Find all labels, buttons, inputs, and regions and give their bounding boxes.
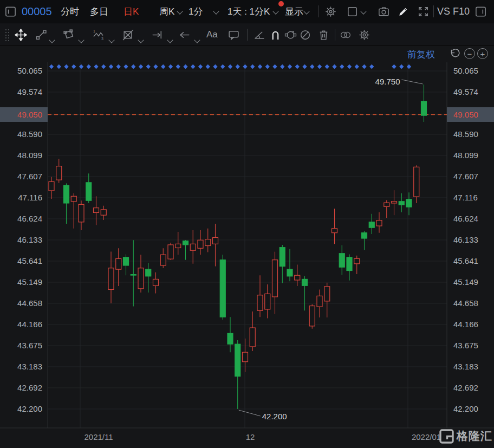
- compare-vs-button[interactable]: VS: [437, 0, 450, 23]
- reference-diamond-dot[interactable]: [272, 64, 277, 69]
- candle-body[interactable]: [324, 287, 330, 301]
- reference-diamond-dot[interactable]: [243, 64, 247, 69]
- candle-body[interactable]: [399, 202, 404, 205]
- candle-body[interactable]: [101, 210, 106, 215]
- candle-body[interactable]: [384, 203, 389, 206]
- reference-diamond-dot[interactable]: [347, 64, 352, 69]
- candle-body[interactable]: [414, 167, 419, 197]
- reference-diamond-dot[interactable]: [72, 64, 76, 69]
- trend-line-tool-icon[interactable]: [35, 28, 48, 41]
- candle-body[interactable]: [190, 244, 196, 250]
- candle-body[interactable]: [235, 344, 240, 376]
- reference-diamond-dot[interactable]: [79, 64, 83, 69]
- candle-body[interactable]: [138, 268, 144, 289]
- candle-body[interactable]: [94, 208, 99, 213]
- reference-diamond-dot[interactable]: [369, 64, 374, 69]
- candle-body[interactable]: [160, 255, 166, 265]
- reference-diamond-dot[interactable]: [265, 64, 270, 69]
- candle-body[interactable]: [369, 222, 374, 228]
- candle-body[interactable]: [168, 245, 173, 259]
- candle-body[interactable]: [272, 260, 278, 297]
- chevron-down-icon[interactable]: [272, 8, 278, 14]
- reference-diamond-dot[interactable]: [399, 64, 404, 69]
- f10-button[interactable]: F10: [453, 0, 470, 23]
- chevron-down-icon[interactable]: [194, 37, 200, 43]
- tab-range-selector[interactable]: 1天 : 1分K: [227, 0, 270, 23]
- reference-diamond-dot[interactable]: [153, 64, 158, 69]
- reference-diamond-dot[interactable]: [302, 64, 307, 69]
- candle-body[interactable]: [183, 241, 188, 245]
- trash-icon[interactable]: [317, 28, 330, 41]
- reference-diamond-dot[interactable]: [280, 64, 284, 69]
- candle-body[interactable]: [309, 306, 315, 326]
- reference-diamond-dot[interactable]: [332, 64, 336, 69]
- drawing-settings-gear-icon[interactable]: [358, 28, 370, 41]
- text-tool[interactable]: Aa: [206, 23, 218, 46]
- reference-diamond-dot[interactable]: [198, 64, 203, 69]
- magnet-icon[interactable]: [269, 28, 282, 41]
- candle-body[interactable]: [339, 254, 344, 267]
- reference-diamond-dot[interactable]: [49, 64, 54, 69]
- tab-weekly-k[interactable]: 周K: [159, 0, 174, 23]
- reference-diamond-dot[interactable]: [206, 64, 210, 69]
- chevron-down-icon[interactable]: [138, 37, 144, 43]
- tab-timeline[interactable]: 分时: [61, 0, 79, 23]
- symbol-code[interactable]: 00005: [22, 0, 52, 23]
- reference-diamond-dot[interactable]: [213, 64, 217, 69]
- reference-diamond-dot[interactable]: [109, 64, 113, 69]
- panel-right-icon[interactable]: [474, 5, 487, 18]
- reference-diamond-dot[interactable]: [407, 64, 411, 69]
- chevron-down-icon[interactable]: [108, 37, 114, 43]
- candle-body[interactable]: [123, 257, 129, 265]
- reference-diamond-dot[interactable]: [139, 64, 143, 69]
- compare-overlay-icon[interactable]: [339, 28, 352, 41]
- reference-diamond-dot[interactable]: [295, 64, 300, 69]
- reference-diamond-dot[interactable]: [123, 64, 128, 69]
- camera-icon[interactable]: [377, 5, 390, 18]
- panel-left-icon[interactable]: [4, 5, 17, 18]
- candle-body[interactable]: [257, 295, 263, 311]
- polygon-tool-icon[interactable]: [62, 28, 75, 41]
- candle-body[interactable]: [302, 279, 308, 285]
- chevron-down-icon[interactable]: [167, 37, 173, 43]
- chevron-down-icon[interactable]: [213, 8, 219, 14]
- candle-body[interactable]: [176, 244, 181, 248]
- reference-diamond-dot[interactable]: [362, 64, 366, 69]
- reference-diamond-dot[interactable]: [87, 64, 91, 69]
- candle-body[interactable]: [317, 296, 322, 307]
- reference-diamond-dot[interactable]: [317, 64, 322, 69]
- candle-body[interactable]: [108, 268, 114, 290]
- candle-body[interactable]: [406, 199, 412, 207]
- reference-diamond-dot[interactable]: [161, 64, 165, 69]
- reference-diamond-dot[interactable]: [64, 64, 68, 69]
- candle-body[interactable]: [153, 279, 159, 285]
- tab-multiday[interactable]: 多日: [90, 0, 108, 23]
- elliott-wave-tool-icon[interactable]: 13: [92, 28, 105, 41]
- reference-diamond-dot[interactable]: [250, 64, 255, 69]
- pencil-icon[interactable]: [396, 5, 410, 18]
- move-tool-icon[interactable]: [14, 28, 27, 41]
- candlestick-chart[interactable]: [0, 0, 494, 448]
- reference-diamond-dot[interactable]: [168, 64, 173, 69]
- chevron-down-icon[interactable]: [303, 8, 309, 14]
- candle-body[interactable]: [86, 183, 92, 200]
- reference-diamond-dot[interactable]: [131, 64, 135, 69]
- candle-body[interactable]: [295, 275, 300, 280]
- price-adjustment-mode[interactable]: 前复权: [407, 48, 435, 61]
- measure-tool-icon[interactable]: [151, 28, 164, 41]
- reference-diamond-dot[interactable]: [288, 64, 292, 69]
- candle-body[interactable]: [243, 352, 248, 361]
- reference-diamond-dot[interactable]: [146, 64, 151, 69]
- candle-body[interactable]: [131, 275, 136, 275]
- reference-diamond-dot[interactable]: [57, 64, 61, 69]
- candle-body[interactable]: [287, 269, 292, 276]
- candle-body[interactable]: [227, 333, 233, 344]
- candle-body[interactable]: [354, 258, 360, 264]
- reference-diamond-dot[interactable]: [310, 64, 314, 69]
- candle-body[interactable]: [376, 220, 382, 226]
- reference-diamond-dot[interactable]: [101, 64, 106, 69]
- tab-daily-k[interactable]: 日K: [123, 0, 139, 23]
- candle-body[interactable]: [56, 166, 62, 180]
- chevron-down-icon[interactable]: [78, 37, 84, 43]
- reference-diamond-dot[interactable]: [392, 64, 396, 69]
